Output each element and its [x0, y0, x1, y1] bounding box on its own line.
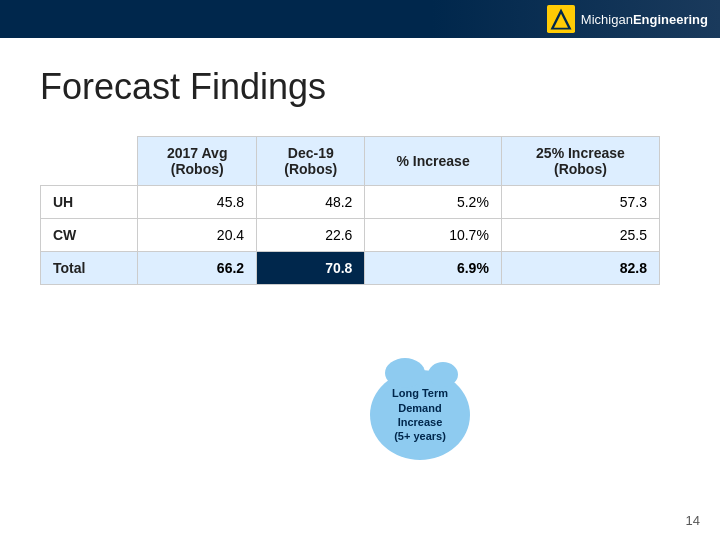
cloud-bubble: Long TermDemandIncrease(5+ years) [370, 370, 470, 460]
row-label-total: Total [41, 252, 138, 285]
cell-total-pct: 6.9% [365, 252, 501, 285]
table-row-cw: CW 20.4 22.6 10.7% 25.5 [41, 219, 660, 252]
cell-uh-avg2017: 45.8 [138, 186, 257, 219]
callout-container: Long TermDemandIncrease(5+ years) [370, 370, 470, 460]
page-number: 14 [686, 513, 700, 528]
table-row-total: Total 66.2 70.8 6.9% 82.8 [41, 252, 660, 285]
callout-text: Long TermDemandIncrease(5+ years) [392, 386, 448, 443]
cell-cw-increase25: 25.5 [501, 219, 659, 252]
cell-uh-increase25: 57.3 [501, 186, 659, 219]
forecast-table: 2017 Avg(Robos) Dec-19(Robos) % Increase… [40, 136, 660, 285]
cell-uh-dec19: 48.2 [257, 186, 365, 219]
logo-text: MichiganEngineering [581, 12, 708, 27]
cell-cw-pct: 10.7% [365, 219, 501, 252]
cell-total-dec19: 70.8 [257, 252, 365, 285]
page-title: Forecast Findings [40, 66, 680, 108]
table-row-uh: UH 45.8 48.2 5.2% 57.3 [41, 186, 660, 219]
main-content: Forecast Findings 2017 Avg(Robos) Dec-19… [0, 38, 720, 305]
cell-total-avg2017: 66.2 [138, 252, 257, 285]
col-header-increase25: 25% Increase(Robos) [501, 137, 659, 186]
row-label-uh: UH [41, 186, 138, 219]
cell-cw-dec19: 22.6 [257, 219, 365, 252]
col-header-pct: % Increase [365, 137, 501, 186]
col-header-label [41, 137, 138, 186]
cell-total-increase25: 82.8 [501, 252, 659, 285]
logo-area: MichiganEngineering [547, 5, 708, 33]
cell-cw-avg2017: 20.4 [138, 219, 257, 252]
col-header-avg2017: 2017 Avg(Robos) [138, 137, 257, 186]
cell-uh-pct: 5.2% [365, 186, 501, 219]
header-bar: MichiganEngineering [0, 0, 720, 38]
col-header-dec19: Dec-19(Robos) [257, 137, 365, 186]
michigan-engineering-logo-icon [547, 5, 575, 33]
row-label-cw: CW [41, 219, 138, 252]
